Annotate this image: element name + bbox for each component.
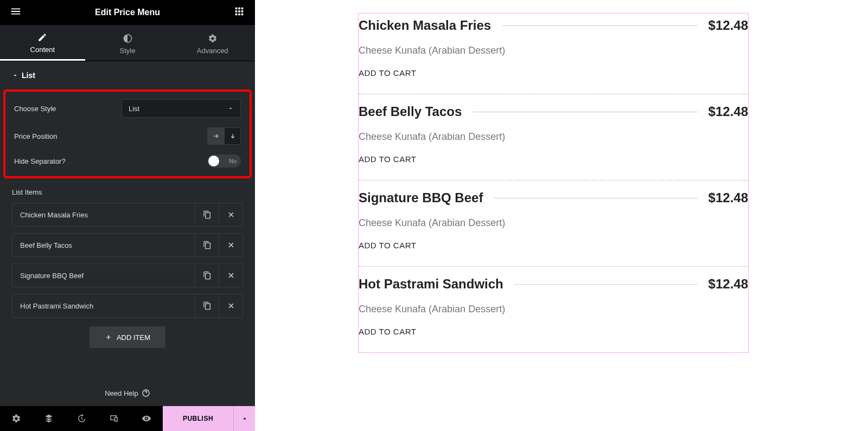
menu-separator — [494, 198, 697, 198]
price-position-down[interactable] — [224, 128, 240, 144]
price-position-buttons — [207, 127, 241, 145]
annotation-highlight: Choose Style List Price Position — [3, 89, 252, 178]
close-icon — [227, 301, 235, 310]
list-item: Signature BBQ Beef — [12, 263, 243, 287]
close-icon — [227, 271, 235, 280]
menu-title: Signature BBQ Beef — [359, 190, 483, 205]
menu-title: Beef Belly Tacos — [359, 104, 462, 119]
menu-entry: Hot Pastrami Sandwich$12.48Cheese Kunafa… — [359, 266, 748, 352]
price-position-label: Price Position — [14, 132, 57, 140]
menu-entry: Beef Belly Tacos$12.48Cheese Kunafa (Ara… — [359, 94, 748, 180]
history-icon[interactable] — [65, 406, 98, 431]
add-item-button[interactable]: ADD ITEM — [90, 326, 165, 348]
menu-description: Cheese Kunafa (Arabian Dessert) — [359, 304, 748, 315]
add-to-cart-link[interactable]: ADD TO CART — [359, 241, 748, 250]
responsive-icon[interactable] — [98, 406, 130, 431]
chevron-down-icon — [227, 105, 234, 112]
copy-icon — [203, 301, 212, 310]
list-items-label: List Items — [12, 188, 243, 196]
copy-icon — [203, 210, 212, 219]
copy-item-button[interactable] — [195, 294, 219, 317]
copy-item-button[interactable] — [195, 234, 219, 256]
need-help-link[interactable]: Need Help — [0, 380, 255, 406]
caret-down-icon — [12, 72, 18, 79]
editor-title: Edit Price Menu — [95, 8, 160, 17]
menu-price: $12.48 — [709, 190, 748, 205]
plus-icon — [105, 333, 112, 341]
editor-sidebar: Edit Price Menu Content Style Advanced L… — [0, 0, 255, 431]
add-to-cart-link[interactable]: ADD TO CART — [359, 155, 748, 164]
list-item: Chicken Masala Fries — [12, 203, 243, 227]
add-to-cart-link[interactable]: ADD TO CART — [359, 68, 748, 78]
settings-icon[interactable] — [0, 406, 33, 431]
menu-separator — [502, 25, 697, 26]
panel-body: List Choose Style List Price Position — [0, 61, 255, 380]
menu-entry: Signature BBQ Beef$12.48Cheese Kunafa (A… — [359, 180, 748, 266]
preview-icon[interactable] — [130, 406, 163, 431]
list-item-name[interactable]: Hot Pastrami Sandwich — [12, 294, 195, 317]
publish-button[interactable]: PUBLISH — [163, 406, 233, 431]
delete-item-button[interactable] — [219, 203, 242, 226]
navigator-icon[interactable] — [33, 406, 65, 431]
menu-price: $12.48 — [709, 18, 748, 33]
copy-item-button[interactable] — [195, 264, 219, 287]
arrow-right-icon — [212, 132, 220, 140]
hide-separator-toggle[interactable]: No — [207, 155, 241, 168]
menu-description: Cheese Kunafa (Arabian Dessert) — [359, 131, 748, 143]
editor-topbar: Edit Price Menu — [0, 0, 255, 25]
menu-separator — [514, 284, 698, 285]
delete-item-button[interactable] — [219, 264, 242, 287]
copy-icon — [203, 241, 212, 249]
arrow-down-icon — [229, 132, 237, 140]
list-item: Beef Belly Tacos — [12, 233, 243, 257]
list-item-name[interactable]: Beef Belly Tacos — [12, 234, 195, 256]
delete-item-button[interactable] — [219, 234, 242, 256]
menu-entry: Chicken Masala Fries$12.48Cheese Kunafa … — [359, 16, 748, 94]
list-item-name[interactable]: Signature BBQ Beef — [12, 264, 195, 287]
delete-item-button[interactable] — [219, 294, 242, 317]
add-to-cart-link[interactable]: ADD TO CART — [359, 327, 748, 336]
list-item: Hot Pastrami Sandwich — [12, 294, 243, 318]
menu-icon[interactable] — [10, 5, 22, 20]
help-icon — [142, 389, 150, 397]
choose-style-select[interactable]: List — [122, 99, 241, 118]
menu-separator — [473, 112, 697, 112]
copy-item-button[interactable] — [195, 203, 219, 226]
choose-style-label: Choose Style — [14, 105, 56, 113]
tab-advanced[interactable]: Advanced — [170, 25, 255, 61]
copy-icon — [203, 271, 212, 280]
menu-title: Chicken Masala Fries — [359, 18, 491, 33]
menu-price: $12.48 — [709, 104, 748, 119]
hide-separator-label: Hide Separator? — [14, 157, 66, 165]
list-item-name[interactable]: Chicken Masala Fries — [12, 203, 195, 226]
section-list-header[interactable]: List — [12, 71, 243, 80]
menu-title: Hot Pastrami Sandwich — [359, 276, 503, 292]
close-icon — [227, 210, 235, 219]
menu-description: Cheese Kunafa (Arabian Dessert) — [359, 45, 748, 56]
tab-content[interactable]: Content — [0, 25, 85, 61]
apps-icon[interactable] — [233, 5, 245, 20]
chevron-up-icon — [241, 415, 248, 422]
editor-tabs: Content Style Advanced — [0, 25, 255, 61]
tab-style[interactable]: Style — [85, 25, 170, 61]
menu-description: Cheese Kunafa (Arabian Dessert) — [359, 217, 748, 229]
price-position-right[interactable] — [208, 128, 224, 144]
bottom-bar: PUBLISH — [0, 406, 255, 431]
menu-price: $12.48 — [709, 276, 748, 292]
price-menu-widget[interactable]: Chicken Masala Fries$12.48Cheese Kunafa … — [358, 13, 749, 353]
preview-area: Chicken Masala Fries$12.48Cheese Kunafa … — [255, 0, 868, 431]
publish-options-button[interactable] — [233, 406, 255, 431]
close-icon — [227, 241, 235, 249]
